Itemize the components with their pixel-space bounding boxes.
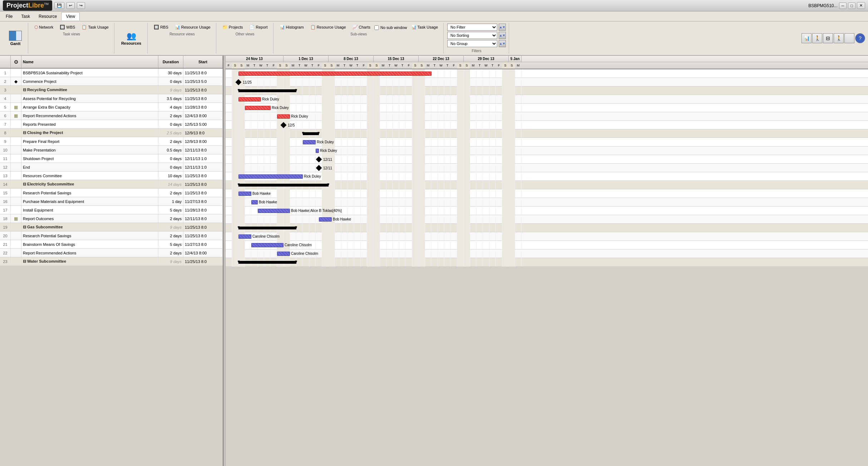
gantt-day-grid-cell <box>477 215 483 224</box>
undo-button[interactable]: ↩ <box>66 2 75 9</box>
table-row[interactable]: 3 ⊟ Recycling Committee 9 days 11/25/13 … <box>0 86 223 94</box>
walk-icon-btn[interactable]: 🚶 <box>812 33 822 43</box>
td-name: BSBPB510A Sustainability Project <box>21 69 158 77</box>
gantt-day-grid-cell <box>489 69 496 78</box>
no-filter-select[interactable]: No Filter <box>447 24 497 31</box>
table-row[interactable]: 23 ⊟ Water Subcommittee 9 days 11/25/13 … <box>0 257 223 266</box>
gantt-day-cell: S <box>457 62 464 69</box>
td-start: 11/28/13 8:0 <box>183 103 223 111</box>
gantt-day-grid-cell <box>451 181 457 189</box>
gantt-day-grid-cell <box>258 129 264 138</box>
gantt-button[interactable]: Gantt <box>6 29 25 48</box>
td-duration: 0 days <box>158 77 183 85</box>
table-row[interactable]: 10 Make Presentation 0.5 days 12/11/13 8… <box>0 146 223 154</box>
gantt-body: 11/25▼▼Rick DuleyRick DuleyRick Duley12/… <box>226 69 868 267</box>
gantt-day-grid-cell <box>393 215 399 224</box>
gantt-day-grid-cell <box>303 86 309 95</box>
minimize-button[interactable]: ─ <box>839 3 847 9</box>
close-button[interactable]: ✕ <box>857 2 865 9</box>
gantt-day-grid-cell <box>309 78 316 86</box>
table-row[interactable]: 16 Purchase Materials and Equipment 1 da… <box>0 197 223 206</box>
table-row[interactable]: 9 Prepare Final Report 2 days 12/9/13 8:… <box>0 137 223 146</box>
table-row[interactable]: 22 Report Recommended Actions 2 days 12/… <box>0 249 223 257</box>
network-button[interactable]: ⬡ Network <box>32 24 56 31</box>
table-row[interactable]: 17 Install Equipment 5 days 11/28/13 8:0 <box>0 206 223 214</box>
blank-icon-btn[interactable] <box>844 33 854 43</box>
table-row[interactable]: 21 Brainstorm Means Of Savings 5 days 11… <box>0 240 223 249</box>
gantt-day-grid-cell <box>457 249 464 258</box>
walk2-icon-btn[interactable]: 🚶 <box>834 33 844 43</box>
no-group-select[interactable]: No Group <box>447 40 497 47</box>
resource-usage2-button[interactable]: 📋 Resource Usage <box>308 24 349 31</box>
gantt-day-grid-cell <box>464 258 470 267</box>
gantt-day-grid-cell <box>444 207 451 215</box>
gantt-day-grid-cell <box>444 164 451 172</box>
gantt-day-cell: W <box>303 62 309 69</box>
histogram-button[interactable]: 📊 Histogram <box>277 24 306 31</box>
redo-button[interactable]: ↪ <box>77 2 85 9</box>
td-duration: 5 days <box>158 206 183 214</box>
resources-button[interactable]: 👥 Resources <box>118 29 144 48</box>
table-row[interactable]: 20 Research Potential Savings 2 days 11/… <box>0 232 223 240</box>
table-row[interactable]: 18 ▦ Report Outcomes 2 days 12/11/13 8:0 <box>0 214 223 223</box>
gantt-day-grid-cell <box>438 249 444 258</box>
table-row[interactable]: 8 ⊟ Closing the Project 2.5 days 12/9/13… <box>0 129 223 137</box>
gantt-day-grid-cell <box>399 104 406 112</box>
gantt-day-grid-cell <box>515 69 522 78</box>
table-row[interactable]: 12 End 0 days 12/11/13 1:0 <box>0 163 223 172</box>
gantt-day-grid-cell <box>316 86 322 95</box>
no-filter-arrow[interactable]: ▲▼ <box>499 24 506 31</box>
no-sorting-arrow[interactable]: ▲▼ <box>499 32 506 39</box>
gantt-day-grid-cell <box>251 78 258 86</box>
gantt-day-grid-cell <box>238 121 245 129</box>
menu-resource[interactable]: Resource <box>34 13 61 20</box>
gantt-chart[interactable]: 24 Nov 131 Dec 138 Dec 1315 Dec 1322 Dec… <box>226 56 868 466</box>
sub-views-label: Sub-views <box>350 32 367 36</box>
table-row[interactable]: 13 Resources Committee 10 days 11/25/13 … <box>0 172 223 180</box>
table-row[interactable]: 14 ⊟ Electricity Subcommittee 14 days 11… <box>0 180 223 189</box>
no-group-arrow[interactable]: ▲▼ <box>499 40 506 47</box>
table-row[interactable]: 19 ⊟ Gas Subcommittee 9 days 11/25/13 8:… <box>0 223 223 232</box>
projects-button[interactable]: 📁 Projects <box>220 24 246 31</box>
task-usage-button[interactable]: 📋 Task Usage <box>79 24 111 31</box>
gantt-day-grid-cell <box>316 104 322 112</box>
gantt-day-grid-cell <box>431 78 438 86</box>
table-row[interactable]: 15 Research Potential Savings 2 days 11/… <box>0 189 223 197</box>
table-row[interactable]: 6 ▦ Report Recommended Actions 2 days 12… <box>0 111 223 120</box>
gantt-day-grid-cell <box>258 78 264 86</box>
resource-usage-button[interactable]: 📊 Resource Usage <box>172 24 213 31</box>
gantt-day-grid-cell <box>277 138 283 147</box>
table-row[interactable]: 5 ▦ Arrange Extra Bin Capacity 4 days 11… <box>0 103 223 111</box>
table-row[interactable]: 11 Shutdown Project 0 days 12/11/13 1:0 <box>0 154 223 163</box>
maximize-button[interactable]: □ <box>848 3 855 9</box>
rbs-button[interactable]: 🔲 RBS <box>151 24 171 31</box>
filters-label: Filters <box>447 49 506 53</box>
grid-icon-btn[interactable]: ⊟ <box>823 33 833 43</box>
no-sub-window-checkbox[interactable] <box>374 25 379 30</box>
gantt-body-row: Bob Hawke <box>226 189 868 198</box>
task-usage2-button[interactable]: 📊 Task Usage <box>409 24 440 31</box>
table-row[interactable]: 4 Assess Potential for Recycling 3.5 day… <box>0 94 223 103</box>
gantt-body-row: Rick Duley <box>226 95 868 104</box>
gantt-day-grid-cell <box>226 241 232 249</box>
table-row[interactable]: 2 ◆ Commence Project 0 days 11/25/13 5:0 <box>0 77 223 86</box>
gantt-day-grid-cell <box>483 104 489 112</box>
help-icon-btn[interactable]: ? <box>855 33 865 43</box>
wbs-button[interactable]: 🔲 WBS <box>57 24 78 31</box>
charts-button[interactable]: 📈 Charts <box>350 24 373 31</box>
report-button[interactable]: 📄 Report <box>247 24 270 31</box>
table-row[interactable]: 7 Reports Presented 0 days 12/5/13 5:00 <box>0 120 223 129</box>
menu-file[interactable]: File <box>1 13 17 20</box>
gantt-day-grid-cell <box>509 147 515 155</box>
save-button[interactable]: 💾 <box>54 2 64 9</box>
gantt-day-grid-cell <box>348 112 354 121</box>
table-row[interactable]: 1 BSBPB510A Sustainability Project 30 da… <box>0 69 223 77</box>
gantt-day-grid-cell <box>412 164 419 172</box>
gantt-day-cell: S <box>412 62 419 69</box>
td-duration: 2 days <box>158 214 183 223</box>
menu-task[interactable]: Task <box>17 13 34 20</box>
gantt-day-grid-cell <box>438 138 444 147</box>
menu-view[interactable]: View <box>61 12 80 20</box>
no-sorting-select[interactable]: No Sorting <box>447 32 497 39</box>
chart-icon-btn[interactable]: 📊 <box>802 33 812 43</box>
